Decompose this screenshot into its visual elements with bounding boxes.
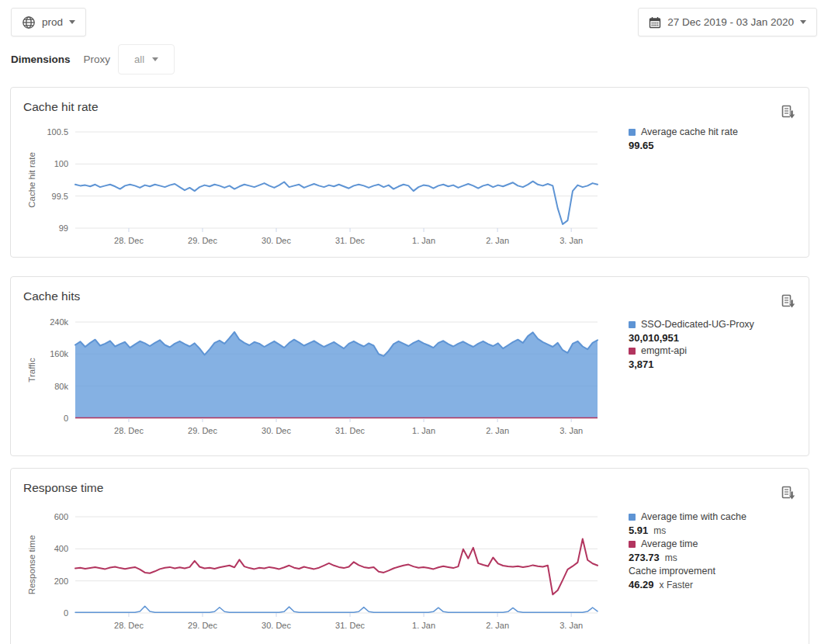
panel-title: Cache hit rate <box>23 100 809 114</box>
cache-hits-legend: SSO-Dedicated-UG-Proxy30,010,951emgmt-ap… <box>629 318 807 371</box>
cache-hit-rate-chart: 100.510099.599Cache hit rate28. Dec29. D… <box>11 123 624 256</box>
legend-value: 99.65 <box>629 139 807 152</box>
dimensions-label: Dimensions <box>11 54 71 65</box>
svg-text:31. Dec: 31. Dec <box>335 236 365 245</box>
svg-text:240k: 240k <box>50 317 68 327</box>
svg-text:29. Dec: 29. Dec <box>188 426 217 435</box>
svg-text:2. Jan: 2. Jan <box>486 236 509 245</box>
report-download-icon[interactable] <box>781 105 796 120</box>
svg-text:Traffic: Traffic <box>27 358 36 383</box>
svg-text:200: 200 <box>54 576 68 586</box>
svg-text:1. Jan: 1. Jan <box>412 621 435 630</box>
svg-text:99.5: 99.5 <box>52 192 68 201</box>
legend-swatch <box>629 321 636 328</box>
legend-label: Average time <box>629 538 807 551</box>
legend-label: emgmt-api <box>629 345 807 358</box>
svg-text:Response time: Response time <box>27 535 36 595</box>
report-download-icon[interactable] <box>781 294 796 310</box>
svg-text:29. Dec: 29. Dec <box>188 236 217 245</box>
panel-cache-hits: Cache hits 240k160k80k0Traffic28. Dec29.… <box>10 276 809 456</box>
legend-label: Cache improvement <box>629 565 807 578</box>
svg-text:2. Jan: 2. Jan <box>486 621 509 630</box>
legend-value: 46.29x Faster <box>629 578 807 592</box>
panel-cache-hit-rate: Cache hit rate 100.510099.599Cache hit r… <box>10 87 809 258</box>
svg-text:0: 0 <box>64 414 68 423</box>
legend-swatch <box>629 514 636 521</box>
svg-text:160k: 160k <box>50 349 68 358</box>
response-time-legend: Average time with cache5.91msAverage tim… <box>629 511 807 592</box>
legend-value: 30,010,951 <box>629 331 807 345</box>
svg-text:600: 600 <box>54 512 68 521</box>
svg-text:31. Dec: 31. Dec <box>335 426 365 435</box>
legend-value: 3,871 <box>629 358 807 371</box>
caret-down-icon <box>800 20 806 24</box>
legend-label: Average time with cache <box>629 511 807 524</box>
report-download-icon[interactable] <box>781 486 796 501</box>
proxy-filter-value: all <box>134 54 144 65</box>
legend-swatch <box>629 541 636 548</box>
cache-hit-rate-legend: Average cache hit rate99.65 <box>629 126 807 152</box>
date-range-selector[interactable]: 27 Dec 2019 - 03 Jan 2020 <box>638 8 817 36</box>
legend-label: Average cache hit rate <box>629 126 807 139</box>
svg-text:28. Dec: 28. Dec <box>114 621 144 630</box>
panel-response-time: Response time 6004002000Response time28.… <box>10 468 809 644</box>
legend-swatch <box>629 348 636 355</box>
legend-swatch <box>629 129 636 136</box>
globe-icon <box>22 16 36 29</box>
svg-text:30. Dec: 30. Dec <box>262 621 291 630</box>
svg-text:0: 0 <box>64 608 68 618</box>
svg-text:400: 400 <box>54 544 68 553</box>
response-time-chart: 6004002000Response time28. Dec29. Dec30.… <box>11 507 624 641</box>
svg-text:31. Dec: 31. Dec <box>335 621 365 630</box>
svg-text:100.5: 100.5 <box>47 127 68 137</box>
dimension-name: Proxy <box>84 54 111 65</box>
panel-title: Cache hits <box>23 289 809 303</box>
svg-text:30. Dec: 30. Dec <box>262 236 291 245</box>
svg-text:80k: 80k <box>54 382 68 391</box>
environment-selector[interactable]: prod <box>11 8 86 36</box>
caret-down-icon <box>69 20 75 24</box>
svg-text:29. Dec: 29. Dec <box>188 621 217 630</box>
legend-value: 273.73ms <box>629 551 807 565</box>
svg-text:28. Dec: 28. Dec <box>114 236 144 245</box>
date-range-label: 27 Dec 2019 - 03 Jan 2020 <box>667 16 794 28</box>
svg-text:1. Jan: 1. Jan <box>412 426 435 435</box>
svg-text:3. Jan: 3. Jan <box>559 236 583 245</box>
svg-text:99: 99 <box>59 223 68 233</box>
caret-down-icon <box>152 57 158 61</box>
calendar-icon <box>649 16 661 29</box>
legend-label: SSO-Dedicated-UG-Proxy <box>629 318 807 331</box>
environment-label: prod <box>42 16 63 28</box>
svg-text:3. Jan: 3. Jan <box>559 426 583 435</box>
svg-text:1. Jan: 1. Jan <box>412 236 435 245</box>
panel-title: Response time <box>23 481 809 495</box>
svg-text:2. Jan: 2. Jan <box>486 426 509 435</box>
svg-text:3. Jan: 3. Jan <box>559 621 583 630</box>
svg-text:30. Dec: 30. Dec <box>262 426 291 435</box>
svg-text:100: 100 <box>54 159 68 168</box>
proxy-filter-dropdown[interactable]: all <box>118 44 175 74</box>
svg-text:Cache hit rate: Cache hit rate <box>27 152 36 208</box>
svg-text:28. Dec: 28. Dec <box>114 426 144 435</box>
filter-row: Dimensions Proxy all <box>11 44 175 74</box>
cache-hits-chart: 240k160k80k0Traffic28. Dec29. Dec30. Dec… <box>11 313 624 446</box>
legend-value: 5.91ms <box>629 524 807 538</box>
